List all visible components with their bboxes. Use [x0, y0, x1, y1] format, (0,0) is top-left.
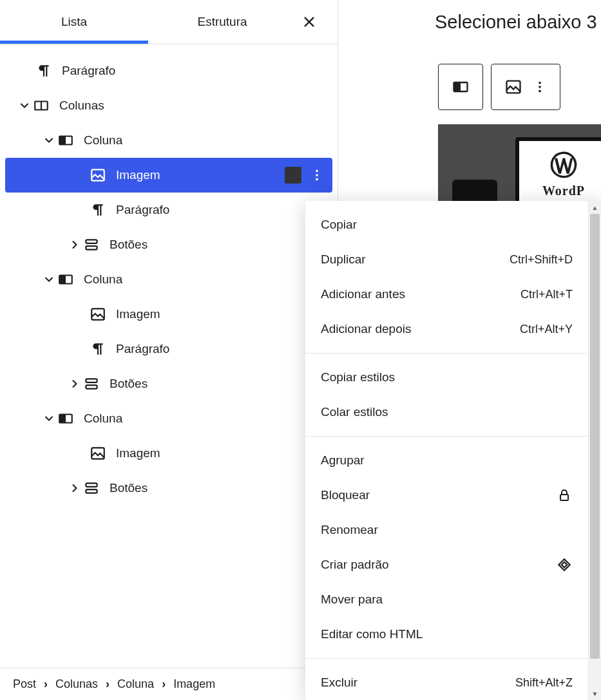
tree-item-buttons[interactable]: Botões [5, 227, 332, 262]
tree-item-buttons[interactable]: Botões [5, 471, 332, 506]
block-toolbar [338, 64, 601, 110]
menu-paste-styles[interactable]: Colar estilos [305, 395, 588, 430]
tree-item-column[interactable]: Coluna [5, 123, 332, 158]
tree-item-columns[interactable]: Colunas [5, 88, 332, 123]
menu-label: Editar como HTML [321, 627, 423, 641]
menu-label: Copiar [321, 218, 357, 232]
page-title[interactable]: Selecionei abaixo 3 [338, 12, 601, 33]
block-tree: Parágrafo Colunas Coluna Imagem Parágraf… [0, 44, 338, 668]
menu-shortcut: Ctrl+Alt+Y [520, 323, 573, 336]
wordpress-logo-icon: Ⓦ [550, 147, 577, 184]
image-icon [89, 305, 107, 323]
breadcrumb-item[interactable]: Post [13, 677, 36, 691]
tree-label: Imagem [116, 446, 309, 460]
tree-label: Coluna [84, 411, 332, 426]
menu-shortcut: Shift+Alt+Z [515, 676, 573, 690]
chevron-down-icon[interactable] [41, 133, 57, 148]
buttons-icon [82, 375, 100, 393]
menu-group[interactable]: Agrupar [305, 443, 588, 478]
breadcrumb-item[interactable]: Imagem [173, 677, 215, 691]
tree-label: Parágrafo [116, 203, 332, 217]
chevron-down-icon[interactable] [17, 98, 32, 113]
wordpress-text: WordP [542, 184, 585, 198]
menu-label: Adicionar depois [321, 322, 411, 336]
menu-edit-html[interactable]: Editar como HTML [305, 617, 588, 652]
tree-label: Botões [110, 238, 332, 252]
chevron-right-icon[interactable] [67, 376, 82, 392]
paragraph-icon [35, 62, 53, 80]
menu-label: Bloquear [321, 488, 370, 502]
tree-item-image[interactable]: Imagem [5, 436, 332, 471]
menu-copy-styles[interactable]: Copiar estilos [305, 360, 588, 395]
menu-label: Criar padrão [321, 558, 389, 572]
menu-label: Agrupar [321, 453, 365, 468]
tree-item-image[interactable]: Imagem [5, 297, 332, 332]
menu-scrollbar[interactable]: ▲ ▼ [588, 201, 601, 700]
scroll-thumb[interactable] [590, 214, 600, 659]
chevron-right-icon[interactable] [67, 237, 82, 252]
scroll-up-button[interactable]: ▲ [589, 201, 601, 214]
menu-delete[interactable]: ExcluirShift+Alt+Z [305, 665, 588, 700]
image-thumbnail [285, 167, 301, 184]
menu-label: Adicionar antes [321, 287, 405, 301]
tree-label: Botões [110, 377, 332, 391]
image-icon [504, 78, 522, 96]
tree-item-buttons[interactable]: Botões [5, 366, 332, 401]
chevron-right-icon: › [44, 677, 48, 691]
chevron-down-icon[interactable] [41, 411, 57, 426]
column-icon [57, 270, 75, 289]
tree-label: Imagem [116, 307, 309, 321]
close-icon [302, 15, 316, 29]
menu-lock[interactable]: Bloquear [305, 478, 588, 513]
menu-copy[interactable]: Copiar [305, 207, 588, 242]
tree-label: Coluna [84, 133, 332, 147]
chevron-down-icon[interactable] [41, 272, 57, 287]
scroll-down-button[interactable]: ▼ [589, 687, 601, 700]
lock-icon [556, 487, 573, 504]
tree-item-paragraph[interactable]: Parágrafo [5, 332, 332, 366]
menu-duplicate[interactable]: DuplicarCtrl+Shift+D [305, 242, 588, 277]
more-icon [533, 80, 547, 94]
paragraph-icon [89, 340, 107, 358]
tree-label: Botões [110, 481, 332, 495]
block-options-button[interactable] [308, 166, 326, 184]
menu-label: Mover para [321, 592, 383, 607]
block-type-button[interactable] [438, 64, 483, 110]
close-sidebar-button[interactable] [300, 13, 318, 31]
scroll-track[interactable] [590, 214, 600, 687]
tree-label: Coluna [84, 272, 332, 287]
tree-item-column[interactable]: Coluna [5, 262, 332, 297]
chevron-right-icon[interactable] [67, 480, 82, 496]
paragraph-icon [89, 201, 107, 219]
tab-lista[interactable]: Lista [0, 1, 148, 43]
decorative-laptop: Ⓦ WordP [515, 137, 601, 208]
breadcrumb: Post › Colunas › Coluna › Imagem [0, 668, 338, 700]
column-icon [57, 131, 75, 149]
buttons-icon [82, 479, 100, 497]
buttons-icon [82, 236, 100, 254]
menu-label: Colar estilos [321, 405, 388, 419]
tab-estrutura[interactable]: Estrutura [148, 1, 296, 43]
image-icon [89, 166, 107, 184]
block-image-tools[interactable] [491, 64, 560, 110]
tree-label: Parágrafo [116, 342, 332, 356]
tree-item-paragraph[interactable]: Parágrafo [5, 193, 332, 227]
menu-label: Renomear [321, 523, 378, 537]
editor-canvas: Selecionei abaixo 3 Ⓦ WordP [338, 0, 601, 214]
column-icon [452, 78, 470, 96]
tree-item-image-selected[interactable]: Imagem [5, 158, 332, 193]
menu-rename[interactable]: Renomear [305, 513, 588, 547]
menu-create-pattern[interactable]: Criar padrão [305, 547, 588, 582]
breadcrumb-item[interactable]: Coluna [117, 677, 154, 691]
menu-add-after[interactable]: Adicionar depoisCtrl+Alt+Y [305, 312, 588, 346]
breadcrumb-item[interactable]: Colunas [55, 677, 98, 691]
menu-add-before[interactable]: Adicionar antesCtrl+Alt+T [305, 277, 588, 312]
sidebar-tabs: Lista Estrutura [0, 0, 338, 44]
menu-move-to[interactable]: Mover para [305, 582, 588, 617]
menu-shortcut: Ctrl+Alt+T [520, 288, 573, 301]
column-icon [57, 410, 75, 428]
chevron-right-icon: › [162, 677, 166, 691]
tree-item-column[interactable]: Coluna [5, 401, 332, 436]
tree-item-paragraph[interactable]: Parágrafo [5, 53, 332, 88]
block-options-menu: Copiar DuplicarCtrl+Shift+D Adicionar an… [305, 201, 601, 700]
